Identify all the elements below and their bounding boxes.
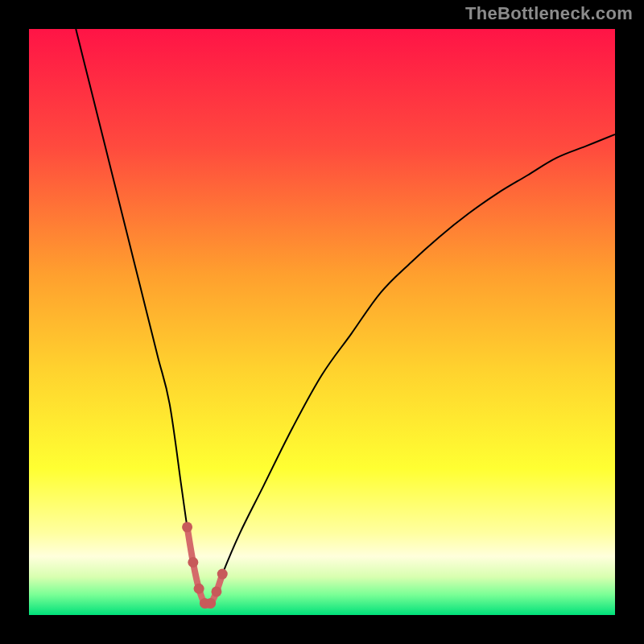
plot-area [29, 29, 615, 615]
chart-container: TheBottleneck.com [0, 0, 644, 644]
svg-rect-0 [29, 29, 615, 615]
gradient-background [29, 29, 615, 615]
attribution-label: TheBottleneck.com [465, 3, 633, 24]
